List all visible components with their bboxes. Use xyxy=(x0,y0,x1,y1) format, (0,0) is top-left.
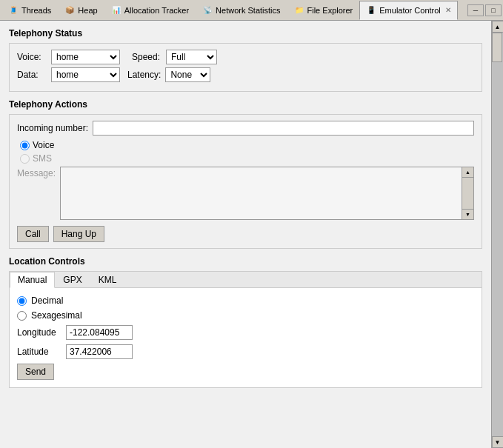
tab-threads[interactable]: 🧵 Threads xyxy=(1,1,58,20)
scroll-up-button[interactable]: ▲ xyxy=(492,21,504,33)
voice-radio-row[interactable]: Voice xyxy=(20,140,474,150)
call-button[interactable]: Call xyxy=(17,226,49,242)
voice-label: Voice: xyxy=(17,52,47,62)
tab-emulator-control[interactable]: 📱 Emulator Control ✕ xyxy=(359,1,458,20)
telephony-status-title: Telephony Status xyxy=(9,28,482,39)
longitude-row: Longitude xyxy=(17,325,474,340)
telephony-actions-box: Incoming number: Voice SMS Message: xyxy=(9,114,482,249)
network-icon: 📡 xyxy=(202,5,213,16)
window-actions: ─ □ xyxy=(467,4,502,16)
data-select[interactable]: home roaming unregistered xyxy=(51,67,120,82)
data-row: Data: home roaming unregistered Latency:… xyxy=(17,67,474,82)
main-content: Telephony Status Voice: home roaming unr… xyxy=(0,21,503,448)
voice-radio[interactable] xyxy=(20,141,30,150)
decimal-radio[interactable] xyxy=(17,296,27,306)
heap-icon: 📦 xyxy=(64,5,75,16)
location-inner-tabs: Manual GPX KML xyxy=(10,272,482,288)
scroll-thumb[interactable] xyxy=(492,33,502,62)
voice-select[interactable]: home roaming unregistered xyxy=(51,50,120,64)
allocation-icon: 📊 xyxy=(111,5,121,16)
tab-close-icon[interactable]: ✕ xyxy=(445,6,451,14)
decimal-radio-row[interactable]: Decimal xyxy=(17,295,474,306)
tab-file-explorer[interactable]: 📁 File Explorer xyxy=(287,1,360,20)
latitude-input[interactable] xyxy=(66,344,133,359)
voice-radio-label: Voice xyxy=(33,140,54,150)
minimize-button[interactable]: ─ xyxy=(467,4,484,16)
scroll-up-arrow[interactable]: ▲ xyxy=(462,167,473,178)
send-button-row: Send xyxy=(17,364,474,380)
emulator-icon: 📱 xyxy=(366,5,376,16)
telephony-actions-section: Telephony Actions Incoming number: Voice… xyxy=(9,99,482,249)
telephony-status-section: Telephony Status Voice: home roaming unr… xyxy=(9,28,482,92)
manual-tab-content: Decimal Sexagesimal Longitude Latitude xyxy=(10,288,482,387)
telephony-status-box: Voice: home roaming unregistered Speed: … xyxy=(9,43,482,92)
message-container: ▲ ▼ xyxy=(60,167,474,220)
send-button[interactable]: Send xyxy=(17,364,54,380)
tab-manual[interactable]: Manual xyxy=(10,272,55,288)
location-controls-section: Location Controls Manual GPX KML xyxy=(9,256,482,388)
tab-network-statistics[interactable]: 📡 Network Statistics xyxy=(196,1,287,20)
maximize-button[interactable]: □ xyxy=(485,4,502,16)
tab-kml[interactable]: KML xyxy=(90,272,125,288)
file-icon: 📁 xyxy=(294,5,304,16)
tab-allocation-label: Allocation Tracker xyxy=(124,6,189,15)
hangup-button[interactable]: Hang Up xyxy=(53,226,104,242)
tab-bar: 🧵 Threads 📦 Heap 📊 Allocation Tracker 📡 … xyxy=(0,0,503,21)
threads-icon: 🧵 xyxy=(8,5,19,16)
sms-radio-row[interactable]: SMS xyxy=(20,153,474,164)
tab-heap-label: Heap xyxy=(78,6,97,15)
longitude-label: Longitude xyxy=(17,327,61,338)
latency-select[interactable]: None GPRS EDGE UMTS xyxy=(165,67,210,82)
telephony-actions-title: Telephony Actions xyxy=(9,99,482,110)
longitude-input[interactable] xyxy=(66,325,133,340)
tab-network-label: Network Statistics xyxy=(216,6,280,15)
latency-label: Latency: xyxy=(127,70,161,80)
incoming-number-input[interactable] xyxy=(93,121,474,136)
data-label: Data: xyxy=(17,70,47,80)
main-scrollbar: ▲ ▼ xyxy=(491,21,503,448)
voice-row: Voice: home roaming unregistered Speed: … xyxy=(17,50,474,64)
latitude-row: Latitude xyxy=(17,344,474,359)
tab-heap[interactable]: 📦 Heap xyxy=(58,1,104,20)
message-label: Message: xyxy=(17,167,56,178)
message-textarea[interactable] xyxy=(61,167,462,219)
call-actions-row: Call Hang Up xyxy=(17,226,474,242)
sexagesimal-radio[interactable] xyxy=(17,311,27,321)
tab-emulator-label: Emulator Control xyxy=(379,6,441,15)
message-scrollbar: ▲ ▼ xyxy=(462,167,473,219)
content-area: Telephony Status Voice: home roaming unr… xyxy=(0,21,491,448)
sms-radio[interactable] xyxy=(20,154,30,164)
tab-allocation-tracker[interactable]: 📊 Allocation Tracker xyxy=(104,1,196,20)
location-tab-panel: Manual GPX KML Decimal xyxy=(9,271,482,388)
location-controls-title: Location Controls xyxy=(9,256,482,267)
incoming-number-label: Incoming number: xyxy=(17,123,88,133)
sms-radio-label: SMS xyxy=(33,153,52,164)
sexagesimal-label: Sexagesimal xyxy=(31,310,82,321)
incoming-number-row: Incoming number: xyxy=(17,121,474,136)
decimal-label: Decimal xyxy=(31,295,63,306)
tab-threads-label: Threads xyxy=(21,6,51,15)
speed-label: Speed: xyxy=(132,52,161,62)
message-row: Message: ▲ ▼ xyxy=(17,167,474,220)
speed-select[interactable]: Full GSM HSCSD GPRS EDGE UMTS HSDPA xyxy=(166,50,217,64)
scroll-track[interactable] xyxy=(492,33,503,436)
scroll-down-arrow[interactable]: ▼ xyxy=(462,209,473,219)
tab-file-label: File Explorer xyxy=(307,6,353,15)
scroll-down-button[interactable]: ▼ xyxy=(492,436,504,448)
sexagesimal-radio-row[interactable]: Sexagesimal xyxy=(17,310,474,321)
tab-gpx[interactable]: GPX xyxy=(55,272,90,288)
latitude-label: Latitude xyxy=(17,347,61,357)
